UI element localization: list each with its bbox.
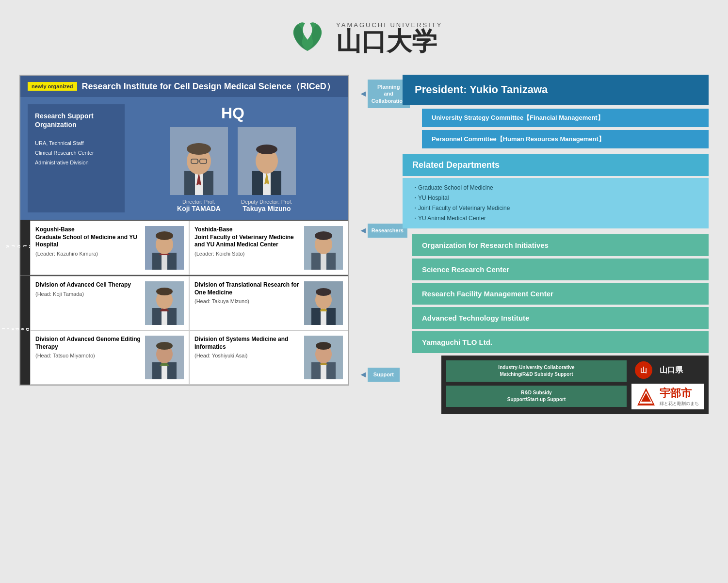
newly-badge: newly organized <box>28 82 77 91</box>
org-area: ◄ Planning and Collaboration ◄ Researche… <box>359 75 709 414</box>
center-photo-1 <box>145 226 184 270</box>
dept-photo-4 <box>304 336 343 379</box>
centers-grid: Kogushi-BaseGraduate School of Medicine … <box>30 220 348 275</box>
deputy-name: Takuya Mizuno <box>238 205 296 212</box>
dept-item-3: Division of Advanced Genome Editing Ther… <box>30 330 189 385</box>
president-box: President: Yukio Tanizawa <box>403 75 709 105</box>
logo-area: YAMAGUCHI UNIVERSITY 山口大学 <box>0 0 728 70</box>
director-person: Director: Prof. Koji TAMADA <box>170 127 228 212</box>
deputy-role: Deputy Director: Prof. <box>238 199 296 205</box>
researchers-connector: ◄ Researchers <box>359 224 403 238</box>
center-base-1: Kogushi-BaseGraduate School of Medicine … <box>35 226 141 249</box>
city-logo: 宇部市 緑と花と彫刻のまち <box>631 384 704 409</box>
dept-head-2: (Head: Takuya Mizuno) <box>194 298 300 304</box>
bottom-logos: 山 山口県 <box>631 360 704 409</box>
center-photo-2 <box>304 226 343 270</box>
dept-item-1: Division of Advanced Cell Therapy (Head:… <box>30 276 189 330</box>
center-leader-1: (Leader: Kazuhiro Kimura) <box>35 251 141 257</box>
rnd-line2: Support/Start-up Support <box>452 396 621 403</box>
rnd-box: R&D Subsidy Support/Start-up Support <box>446 386 627 407</box>
hq-center: HQ <box>125 104 341 212</box>
dept-name-2: Division of Translational Research for O… <box>194 281 300 296</box>
tags-column: ◄ Planning and Collaboration ◄ Researche… <box>359 75 403 382</box>
city-logo-icon <box>636 387 656 406</box>
dept-text-2: Division of Translational Research for O… <box>194 281 300 304</box>
svg-point-20 <box>156 231 173 240</box>
svg-point-14 <box>256 145 277 154</box>
svg-point-43 <box>156 342 173 350</box>
svg-point-31 <box>156 288 173 295</box>
center-text-1: Kogushi-BaseGraduate School of Medicine … <box>35 226 141 257</box>
center-item-1: Kogushi-BaseGraduate School of Medicine … <box>30 221 189 275</box>
support-org-title: Research Support Organization <box>35 112 117 129</box>
research-dept-section: ResearchDepartments Division of Advanced… <box>20 275 348 385</box>
industry-line1: Industry-University Collaborative <box>452 364 621 371</box>
researchers-tag: Researchers <box>368 224 407 238</box>
pref-logo-icon: 山 <box>631 360 656 380</box>
city-sub: 緑と花と彫刻のまち <box>660 401 699 407</box>
green-box-1: Organization for Research Initiatives <box>412 234 709 256</box>
hq-photos: Director: Prof. Koji TAMADA <box>125 127 341 212</box>
green-box-3: Research Facility Management Center <box>412 283 709 305</box>
hq-title: HQ <box>125 104 341 122</box>
center-text-2: Yoshida-BaseJoint Faculty of Veterinary … <box>194 226 300 257</box>
svg-point-5 <box>187 143 211 155</box>
green-box-4: Advanced Technology Institute <box>412 307 709 329</box>
city-name-ja: 宇部市 <box>660 386 699 401</box>
dept-text-4: Division of Systems Medicine and Informa… <box>194 336 300 358</box>
svg-text:山: 山 <box>640 366 647 374</box>
planning-label-part2: and <box>372 90 406 97</box>
dept-head-1: (Head: Koji Tamada) <box>35 291 141 297</box>
dept-photo-1 <box>145 281 184 325</box>
related-item-4: ・YU Animal Medical Center <box>412 213 699 224</box>
svg-rect-23 <box>321 253 326 270</box>
planning-connector: ◄ Planning and Collaboration <box>359 80 403 108</box>
planning-label-part3: Collaboration <box>372 97 406 104</box>
dept-text-1: Division of Advanced Cell Therapy (Head:… <box>35 281 141 297</box>
bottom-section: Industry-University Collaborative Matchi… <box>441 356 709 414</box>
support-tag: Support <box>368 368 400 382</box>
research-dept-grid: Division of Advanced Cell Therapy (Head:… <box>30 276 348 385</box>
green-box-5: Yamaguchi TLO Ltd. <box>412 331 709 353</box>
related-item-1: ・Graduate School of Medicine <box>412 183 699 193</box>
dept-item-2: Division of Translational Research for O… <box>189 276 348 330</box>
bottom-left: Industry-University Collaborative Matchi… <box>446 360 627 409</box>
director-photo <box>170 127 228 195</box>
pref-name-ja: 山口県 <box>660 365 683 375</box>
deputy-person: Deputy Director: Prof. Takuya Mizuno <box>238 127 296 212</box>
green-box-2: Science Research Center <box>412 259 709 280</box>
industry-box: Industry-University Collaborative Matchi… <box>446 360 627 382</box>
committee-box-1: University Strategy Committee【Financial … <box>422 109 709 127</box>
logo-text: YAMAGUCHI UNIVERSITY 山口大学 <box>336 21 442 54</box>
support-label: Support <box>373 372 394 378</box>
research-dept-label: ResearchDepartments <box>20 276 30 385</box>
center-leader-2: (Leader: Koichi Sato) <box>194 251 300 257</box>
svg-point-49 <box>316 342 331 350</box>
researchers-label: Researchers <box>372 227 404 234</box>
svg-rect-46 <box>321 362 326 379</box>
dept-name-4: Division of Systems Medicine and Informa… <box>194 336 300 351</box>
left-panel: newly organized Research Institute for C… <box>19 75 349 386</box>
industry-line2: Matching/R&D Subsidy Support <box>452 371 621 378</box>
planning-label-part1: Planning <box>372 83 406 90</box>
city-text-block: 宇部市 緑と花と彫刻のまち <box>660 386 699 407</box>
dept-photo-3 <box>145 336 184 379</box>
dept-head-4: (Head: Yoshiyuki Asai) <box>194 353 300 358</box>
hq-section: Research Support Organization URA, Techn… <box>20 97 348 220</box>
dept-name-1: Division of Advanced Cell Therapy <box>35 281 141 289</box>
dept-photo-2 <box>304 281 343 325</box>
svg-point-37 <box>316 288 331 296</box>
research-support-org: Research Support Organization URA, Techn… <box>28 104 125 212</box>
institute-title: Research Institute for Cell Design Medic… <box>82 81 335 92</box>
director-role: Director: Prof. <box>170 199 228 205</box>
university-logo <box>286 15 329 60</box>
rnd-line1: R&D Subsidy <box>452 389 621 396</box>
related-item-2: ・YU Hospital <box>412 193 699 203</box>
dept-head-3: (Head: Tatsuo Miyamoto) <box>35 353 141 358</box>
right-area: ◄ Planning and Collaboration ◄ Researche… <box>349 75 709 414</box>
centers-section: Centers Kogushi-BaseGraduate School of M… <box>20 220 348 275</box>
org-boxes-column: President: Yukio Tanizawa University Str… <box>403 75 709 414</box>
deputy-photo <box>238 127 296 195</box>
committee-box-2: Personnel Committee【Human Resources Mana… <box>422 130 709 148</box>
support-org-items: URA, Technical Staff Clinical Research C… <box>35 139 117 167</box>
